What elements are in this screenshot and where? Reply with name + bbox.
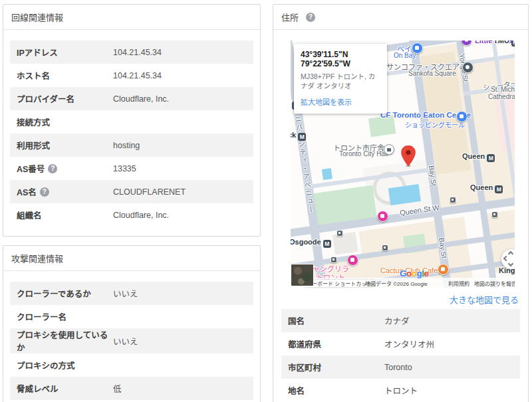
row-value: 104.21.45.34 bbox=[113, 48, 162, 57]
google-logo-letter: o bbox=[406, 268, 412, 278]
table-row: 脅威レベル 低 bbox=[10, 377, 253, 400]
row-value: いいえ bbox=[113, 335, 138, 348]
hotel-pin-icon[interactable] bbox=[377, 211, 388, 222]
view-larger-map-link[interactable]: 拡大地図を表示 bbox=[301, 96, 380, 107]
google-logo-letter: e bbox=[424, 268, 429, 278]
row-value: CLOUDFLARENET bbox=[113, 187, 186, 197]
table-row: 地名 トロント bbox=[281, 379, 520, 402]
pan-up-icon[interactable] bbox=[508, 251, 513, 256]
row-value: 13335 bbox=[113, 164, 136, 173]
row-label: 地名 bbox=[288, 384, 384, 397]
panel-attack-info-title: 攻撃関連情報 bbox=[3, 246, 260, 271]
row-label: プロキシの方式 bbox=[17, 359, 113, 371]
row-label: クローラーであるか bbox=[17, 287, 113, 300]
row-label: 利用形式 bbox=[17, 139, 113, 151]
terms-link[interactable]: 利用規約 bbox=[448, 280, 469, 287]
row-label-text: AS番号 bbox=[17, 162, 45, 175]
table-row: プロキシを使用しているか いいえ bbox=[10, 328, 253, 353]
row-value: 104.21.45.34 bbox=[113, 71, 162, 80]
panel-address-title: 住所 ? bbox=[273, 5, 528, 30]
table-row: 利用形式 hosting bbox=[10, 134, 253, 157]
keyboard-shortcuts-button[interactable]: キーボード ショートカット bbox=[305, 280, 374, 287]
info-window-coordinates: 43°39'11.5"N 79°22'59.5"W bbox=[301, 50, 380, 68]
mall-pin-icon[interactable] bbox=[456, 111, 467, 122]
station-label-st-patrick: ckM bbox=[291, 131, 306, 141]
location-pin-icon[interactable] bbox=[401, 146, 416, 167]
metro-station-icon[interactable]: M bbox=[323, 240, 331, 248]
row-label: 組織名 bbox=[17, 209, 113, 221]
table-row: 国名 カナダ bbox=[281, 309, 520, 332]
station-label-text: TMU bbox=[493, 41, 509, 45]
satellite-layer-toggle[interactable] bbox=[291, 264, 314, 286]
table-row: クローラー名 bbox=[10, 305, 253, 328]
row-label: プロバイダー名 bbox=[17, 92, 113, 105]
row-value: 低 bbox=[113, 382, 122, 395]
row-label: 市区町村 bbox=[288, 361, 384, 373]
sankofa-pin-icon[interactable] bbox=[462, 62, 473, 73]
pan-down-icon[interactable] bbox=[508, 261, 513, 266]
station-label-tmu: TMUM bbox=[493, 41, 515, 47]
station-label-queen-2: QueenM bbox=[470, 183, 503, 193]
restaurant-pin-icon[interactable] bbox=[438, 264, 449, 275]
panel-line-info-title: 回線関連情報 bbox=[3, 5, 260, 30]
info-window-address: MJ38+7PF トロント, カナダ オンタリオ bbox=[301, 72, 380, 90]
station-label-text: ck bbox=[291, 131, 296, 139]
table-row: 市区町村 Toronto bbox=[281, 355, 520, 379]
poi-st-michaels-2: Cathedral Basilica bbox=[488, 93, 515, 100]
city-hall-pin-icon[interactable] bbox=[384, 144, 394, 155]
google-logo[interactable]: Google bbox=[400, 268, 429, 278]
table-row: AS番号 ? 13335 bbox=[10, 157, 253, 180]
row-value: Cloudflare, Inc. bbox=[113, 211, 169, 220]
row-value: Toronto bbox=[384, 363, 412, 372]
panel-address-title-text: 住所 bbox=[281, 11, 299, 23]
transit-stop-icon bbox=[450, 197, 456, 203]
row-value: オンタリオ州 bbox=[384, 338, 434, 350]
open-larger-map-link[interactable]: 大きな地図で見る bbox=[281, 288, 520, 309]
metro-station-icon[interactable]: M bbox=[487, 154, 495, 162]
google-logo-letter: o bbox=[412, 268, 417, 278]
poi-sankofa-en: Sankofa Square bbox=[408, 70, 456, 77]
table-row: IPアドレス 104.21.45.34 bbox=[10, 41, 253, 64]
table-row: 組織名 Cloudflare, Inc. bbox=[10, 203, 253, 227]
poi-on-bay-en: On Bay bbox=[394, 52, 416, 59]
table-row: AS名 ? CLOUDFLARENET bbox=[10, 180, 253, 203]
table-row: プロキシの方式 bbox=[10, 353, 253, 377]
station-label-text: Queen bbox=[462, 152, 485, 160]
poi-st-michaels-1: St. Michael's bbox=[491, 86, 515, 93]
row-label: 国名 bbox=[288, 314, 384, 327]
poi-city-hall-en: Toronto City Hall bbox=[339, 150, 388, 157]
metro-station-icon[interactable]: M bbox=[495, 185, 503, 193]
panel-line-info: 回線関連情報 IPアドレス 104.21.45.34 ホスト名 104.21.4… bbox=[3, 4, 261, 237]
little-canada-pin-icon[interactable] bbox=[461, 41, 472, 46]
metro-station-icon[interactable]: M bbox=[511, 41, 515, 47]
google-map-embed[interactable]: ユニバーシティ・アベニュー Bay St. Bay St. Yonge St. … bbox=[291, 41, 515, 288]
help-icon[interactable]: ? bbox=[40, 187, 49, 197]
station-label-text: Queen bbox=[470, 183, 493, 191]
table-row: 都道府県 オンタリオ州 bbox=[281, 332, 520, 355]
table-row: クローラーであるか いいえ bbox=[10, 282, 253, 305]
row-value: トロント bbox=[384, 384, 418, 397]
row-label: 接続方式 bbox=[17, 116, 113, 128]
row-value: カナダ bbox=[384, 314, 410, 327]
help-icon[interactable]: ? bbox=[306, 13, 315, 22]
metro-station-icon[interactable]: M bbox=[298, 133, 306, 141]
row-label: ホスト名 bbox=[17, 69, 113, 82]
poi-eaton-centre-sub: ショッピングモール bbox=[405, 120, 465, 130]
row-label: プロキシを使用しているか bbox=[17, 328, 113, 353]
map-data-attribution: 地図データ ©2026 Google bbox=[365, 280, 428, 287]
pan-left-icon[interactable] bbox=[503, 256, 509, 261]
help-icon[interactable]: ? bbox=[48, 164, 57, 173]
table-row: ホスト名 104.21.45.34 bbox=[10, 64, 253, 87]
row-label-text: AS名 bbox=[17, 185, 37, 198]
pan-right-icon[interactable] bbox=[513, 256, 515, 261]
map-attribution-bar: キーボード ショートカット 地図データ ©2026 Google 利用規約 地図… bbox=[291, 278, 515, 288]
row-label: AS名 ? bbox=[17, 185, 113, 198]
shopping-pin-icon[interactable] bbox=[412, 43, 423, 54]
transit-stop-icon bbox=[331, 256, 337, 263]
transit-stop-icon bbox=[491, 211, 498, 218]
row-value: Cloudflare, Inc. bbox=[113, 94, 169, 104]
report-map-error-link[interactable]: 地図の誤りを報告する bbox=[474, 280, 515, 287]
row-label: AS番号 ? bbox=[17, 162, 113, 175]
map-info-window: 43°39'11.5"N 79°22'59.5"W MJ38+7PF トロント,… bbox=[294, 44, 387, 114]
panel-address: 住所 ? bbox=[273, 4, 529, 402]
